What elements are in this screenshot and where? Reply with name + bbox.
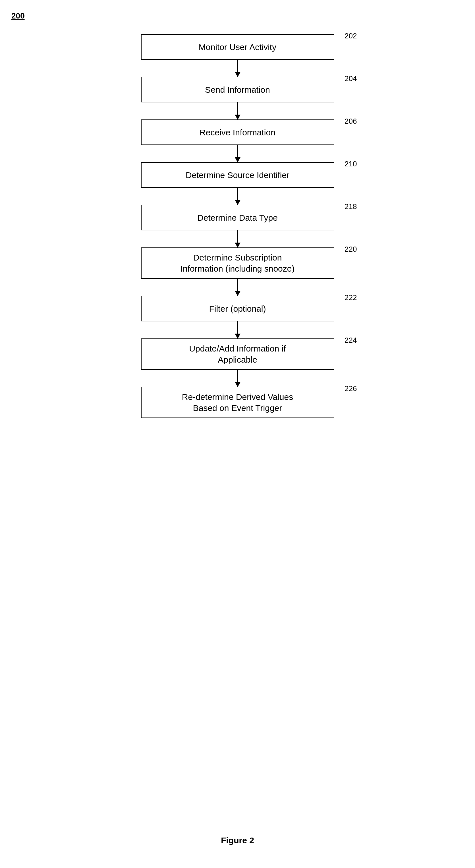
- flow-item-226: Re-determine Derived Values Based on Eve…: [141, 387, 334, 418]
- flowchart: Monitor User Activity 202 Send Informati…: [0, 34, 475, 418]
- box-222-label: Filter (optional): [209, 303, 266, 314]
- ref-202: 202: [345, 31, 357, 41]
- box-210-label: Determine Source Identifier: [186, 169, 289, 181]
- box-218: Determine Data Type 218: [141, 205, 334, 230]
- box-206: Receive Information 206: [141, 119, 334, 145]
- arrow-206-210: [238, 145, 238, 162]
- box-226: Re-determine Derived Values Based on Eve…: [141, 387, 334, 418]
- flow-item-218: Determine Data Type 218: [141, 205, 334, 230]
- box-210: Determine Source Identifier 210: [141, 162, 334, 188]
- arrow-204-206: [238, 102, 238, 119]
- flow-item-202: Monitor User Activity 202: [141, 34, 334, 60]
- flow-item-224: Update/Add Information if Applicable 224: [141, 338, 334, 370]
- box-204-label: Send Information: [205, 84, 270, 95]
- ref-226: 226: [345, 384, 357, 394]
- flow-item-210: Determine Source Identifier 210: [141, 162, 334, 188]
- box-224: Update/Add Information if Applicable 224: [141, 338, 334, 370]
- box-220-label: Determine Subscription Information (incl…: [181, 252, 295, 274]
- ref-222: 222: [345, 293, 357, 303]
- flow-item-204: Send Information 204: [141, 77, 334, 102]
- flow-item-220: Determine Subscription Information (incl…: [141, 247, 334, 279]
- box-224-label: Update/Add Information if Applicable: [189, 343, 286, 365]
- box-222: Filter (optional) 222: [141, 296, 334, 321]
- arrow-222-224: [238, 321, 238, 338]
- arrow-202-204: [238, 60, 238, 77]
- arrow-220-222: [238, 279, 238, 296]
- ref-218: 218: [345, 202, 357, 212]
- figure-caption: Figure 2: [0, 836, 475, 845]
- ref-204: 204: [345, 74, 357, 84]
- arrow-224-226: [238, 370, 238, 387]
- arrow-218-220: [238, 230, 238, 247]
- box-206-label: Receive Information: [199, 127, 276, 138]
- box-204: Send Information 204: [141, 77, 334, 102]
- flow-item-222: Filter (optional) 222: [141, 296, 334, 321]
- arrow-210-218: [238, 188, 238, 205]
- flow-item-206: Receive Information 206: [141, 119, 334, 145]
- box-202-label: Monitor User Activity: [199, 41, 276, 53]
- ref-220: 220: [345, 245, 357, 254]
- box-202: Monitor User Activity 202: [141, 34, 334, 60]
- box-226-label: Re-determine Derived Values Based on Eve…: [182, 391, 293, 413]
- box-220: Determine Subscription Information (incl…: [141, 247, 334, 279]
- ref-210: 210: [345, 159, 357, 169]
- box-218-label: Determine Data Type: [197, 212, 278, 223]
- ref-224: 224: [345, 336, 357, 345]
- diagram-number: 200: [11, 11, 25, 21]
- ref-206: 206: [345, 117, 357, 126]
